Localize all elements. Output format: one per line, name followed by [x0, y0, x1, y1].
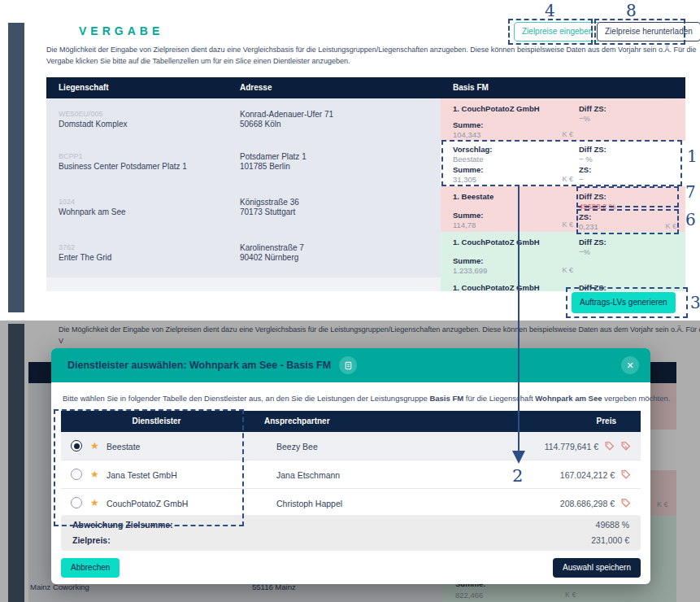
intro-text-line2: Vergabe klicken Sie bitte auf die Tabell…	[46, 57, 350, 65]
provider-name: Jana Testet GmbH	[107, 470, 177, 480]
diff-zs-label: Diff ZS:	[579, 238, 607, 246]
contact-name: Jana Etschmann	[276, 470, 340, 480]
annotation-number-4: 4	[545, 1, 555, 20]
radio-unselected[interactable]	[71, 497, 82, 508]
annotation-number-6: 6	[685, 210, 696, 229]
contact-name: Christoph Happel	[276, 499, 342, 508]
summe-value: 1.233,699	[453, 266, 487, 275]
table-row[interactable]: 1. CouchPotatoZ GmbH Diff ZS:	[46, 277, 685, 291]
basis-fm-cell[interactable]: 1. Beestate Summe: 114,78 K € Diff ZS: 4…	[441, 186, 685, 232]
address-city: 70173 Stuttgart	[240, 207, 295, 216]
provider-name: Beestate	[107, 442, 140, 452]
provider-row[interactable]: ★ CouchPotatoZ GmbH Christoph Happel 208…	[61, 489, 641, 517]
annotation-arrow-line	[518, 185, 520, 451]
price-tag-icon[interactable]	[620, 469, 631, 480]
annotation-number-2: 2	[512, 466, 523, 486]
basis-fm-cell[interactable]: 1. CouchPotatoZ GmbH Diff ZS:	[441, 277, 685, 291]
annotation-arrowhead	[512, 451, 525, 464]
page-title: VERGABE	[79, 24, 163, 37]
price-value: 167.024,212 €	[560, 470, 615, 480]
table-row[interactable]: BCPP1 Business Center Potsdamer Platz 1 …	[46, 141, 685, 186]
table-row[interactable]: 3762 Enter The Grid Karolinenstraße 7 90…	[46, 232, 685, 277]
provider-name: 1. CouchPotatoZ GmbH	[453, 104, 540, 113]
provider-name: CouchPotatoZ GmbH	[107, 499, 188, 508]
star-icon: ★	[90, 440, 99, 452]
property-name: Business Center Potsdamer Platz 1	[59, 162, 187, 171]
address-street: Konrad-Adenauer-Ufer 71	[240, 110, 333, 119]
star-icon: ★	[90, 497, 99, 508]
annotation-number-3: 3	[690, 293, 700, 312]
enter-target-prices-button[interactable]: Zielpreise eingeben	[514, 22, 601, 41]
summe-value: 104,343	[453, 130, 480, 139]
provider-row[interactable]: ★ Beestate Beezy Bee 114.779,641 €	[61, 432, 641, 460]
price-tag-icon[interactable]	[620, 498, 631, 508]
diff-zs-value: −%	[579, 114, 590, 123]
modal-description: Bitte wählen Sie in folgender Tabelle de…	[63, 394, 670, 403]
screenshot-canvas: VERGABE Die Möglichkeit der Eingabe von …	[0, 0, 700, 602]
price-tag-icon[interactable]	[620, 441, 631, 452]
summe-unit: K €	[562, 175, 573, 183]
col-header-adresse: Adresse	[240, 83, 272, 92]
diff-zs-label: Diff ZS:	[579, 104, 607, 113]
document-badge-icon	[339, 356, 357, 374]
provider-row[interactable]: ★ Jana Testet GmbH Jana Etschmann 167.02…	[61, 460, 641, 489]
summe-label: Summe:	[453, 256, 483, 265]
provider-table-header: Dienstleister Ansprechpartner Preis	[61, 411, 641, 432]
zs-label: ZS:	[579, 212, 591, 221]
zs-value: −	[579, 175, 584, 184]
select-provider-modal: Dienstleister auswählen: Wohnpark am See…	[51, 348, 650, 584]
close-icon[interactable]: ✕	[621, 356, 639, 374]
contact-name: Beezy Bee	[276, 442, 318, 452]
property-name: Enter The Grid	[59, 253, 111, 262]
left-nav-strip	[8, 23, 24, 312]
basis-fm-cell[interactable]: Vorschlag: Beestate Summe: 31,305 K € Di…	[441, 141, 685, 186]
address-street: Karolinenstraße 7	[240, 243, 304, 252]
property-code: WE50EU/005	[59, 110, 103, 118]
table-row[interactable]: 1024 Wohnpark am See Königsstraße 36 701…	[46, 186, 685, 232]
property-name: Domstadt Komplex	[59, 120, 127, 129]
diff-zs-label: Diff ZS:	[579, 283, 607, 291]
save-selection-button[interactable]: Auswahl speichern	[553, 558, 641, 578]
basis-fm-cell[interactable]: 1. CouchPotatoZ GmbH Summe: 104,343 K € …	[441, 98, 685, 141]
diff-zs-value: 49688.2 %	[579, 202, 615, 211]
provider-name: 1. CouchPotatoZ GmbH	[453, 283, 540, 291]
radio-selected[interactable]	[71, 440, 82, 452]
annotation-number-8: 8	[626, 1, 637, 20]
zs-value: 0,231	[579, 222, 598, 231]
annotation-number-7: 7	[685, 182, 696, 202]
desc-text: für die Liegenschaft	[463, 394, 535, 403]
desc-property-name: Wohnpark am See	[535, 394, 602, 403]
modal-header: Dienstleister auswählen: Wohnpark am See…	[51, 348, 650, 382]
generate-order-lvs-button[interactable]: Auftrags-LVs generieren	[572, 292, 676, 313]
zs-label: ZS:	[579, 165, 591, 174]
deviation-value: 49688 %	[596, 520, 629, 530]
download-target-prices-button[interactable]: Zielpreise herunterladen	[597, 22, 700, 41]
cancel-button[interactable]: Abbrechen	[61, 558, 120, 578]
zs-unit: K €	[665, 222, 676, 230]
col-header-ansprechpartner: Ansprechpartner	[264, 417, 330, 425]
radio-unselected[interactable]	[71, 469, 82, 480]
price-value: 114.779,641 €	[545, 442, 598, 452]
intro-text-line1: Die Möglichkeit der Eingabe von Zielprei…	[46, 46, 697, 54]
provider-table: Dienstleister Ansprechpartner Preis ★ Be…	[61, 411, 641, 517]
target-summary-box: Abweichung Zielsumme: 49688 % Zielpreis:…	[61, 515, 641, 551]
summe-value: 31,305	[453, 175, 476, 184]
vergabe-table[interactable]: Liegenschaft Adresse Basis FM WE50EU/005…	[46, 77, 685, 291]
diff-zs-value: −%	[579, 247, 590, 256]
table-row[interactable]: WE50EU/005 Domstadt Komplex Konrad-Adena…	[46, 98, 685, 141]
target-price-value: 231,000 €	[591, 535, 629, 545]
modal-title: Dienstleister auswählen: Wohnpark am See…	[67, 360, 331, 371]
address-city: 50668 Köln	[240, 120, 281, 129]
deviation-label: Abweichung Zielsumme:	[72, 520, 173, 530]
basis-fm-cell[interactable]: 1. CouchPotatoZ GmbH Summe: 1.233,699 K …	[441, 232, 685, 277]
vorschlag-label: Vorschlag:	[453, 145, 492, 154]
col-header-basis-fm: Basis FM	[453, 83, 489, 92]
desc-text: Bitte wählen Sie in folgender Tabelle de…	[63, 394, 429, 403]
summe-unit: K €	[562, 220, 573, 229]
col-header-dienstleister: Dienstleister	[61, 417, 252, 425]
price-tag-icon[interactable]	[604, 441, 615, 452]
annotation-number-1: 1	[687, 146, 698, 166]
provider-name: 1. Beestate	[453, 192, 493, 201]
price-value: 208.686,298 €	[560, 499, 615, 508]
address-city: 90402 Nürnberg	[240, 253, 298, 262]
